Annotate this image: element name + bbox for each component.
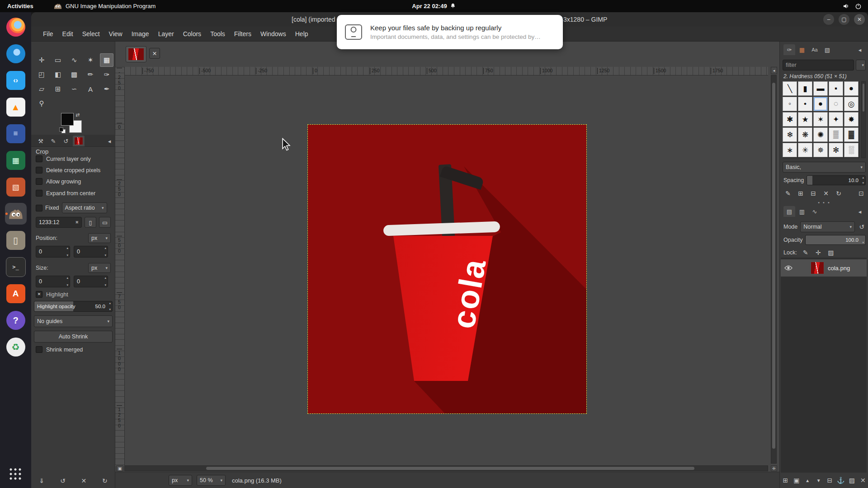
reset-tool-options-icon[interactable]: ↻ <box>99 475 110 486</box>
vertical-scrollbar-thumb[interactable] <box>772 83 775 449</box>
layer-mode-dropdown[interactable]: Normal <box>800 221 855 232</box>
tab-brushes-icon[interactable]: ✑ <box>783 44 795 55</box>
tool-smudge-icon[interactable]: ∽ <box>67 82 81 96</box>
landscape-orientation-button[interactable]: ▭ <box>99 217 111 228</box>
tool-zoom-icon[interactable]: ⚲ <box>35 97 48 110</box>
backup-notification-toast[interactable]: Keep your files safe by backing up regul… <box>337 15 563 49</box>
tab-fonts-icon[interactable]: Aa <box>809 44 821 55</box>
checkbox[interactable] <box>36 167 42 174</box>
brush-thumb[interactable]: ▮ <box>798 81 812 96</box>
brush-thumb[interactable]: ★ <box>798 112 812 127</box>
menu-select[interactable]: Select <box>78 27 104 41</box>
new-layer-group-icon[interactable]: ▣ <box>792 475 801 485</box>
aspect-ratio-input[interactable]: 1233:12 ✖ <box>36 217 82 228</box>
anchor-layer-icon[interactable]: ⚓ <box>836 475 845 485</box>
brush-filter-input[interactable]: filter <box>783 60 854 70</box>
duplicate-brush-icon[interactable]: ⊟ <box>809 189 818 198</box>
dock-item-libreoffice-calc[interactable]: ▦ <box>5 150 27 171</box>
quick-mask-toggle[interactable]: ▣ <box>116 465 123 471</box>
lock-position-icon[interactable]: ✛ <box>814 249 822 257</box>
brush-thumb[interactable]: ░ <box>844 143 859 157</box>
brush-thumb[interactable]: ∗ <box>783 143 797 157</box>
horizontal-scrollbar-thumb[interactable] <box>206 467 694 470</box>
guides-dropdown[interactable]: No guides <box>34 315 113 327</box>
foreground-color-swatch[interactable] <box>61 113 74 126</box>
lock-pixels-icon[interactable]: ✎ <box>802 249 810 257</box>
tool-transform-icon[interactable]: ◰ <box>35 68 48 81</box>
dock-separator-handle[interactable]: • • • <box>780 200 868 205</box>
show-applications-button[interactable] <box>5 464 27 485</box>
menu-file[interactable]: File <box>38 27 58 41</box>
brush-thumb[interactable]: ✸ <box>844 112 859 127</box>
menu-image[interactable]: Image <box>127 27 154 41</box>
save-tool-preset-icon[interactable]: ⇓ <box>36 475 47 486</box>
statusbar-unit-dropdown[interactable]: px <box>169 475 192 486</box>
vertical-scrollbar[interactable] <box>771 75 777 464</box>
brush-thumb[interactable]: ✵ <box>813 143 828 157</box>
raise-layer-icon[interactable]: ▲ <box>803 475 812 485</box>
dock-item-vlc[interactable]: ▲ <box>5 96 27 118</box>
size-unit-dropdown[interactable]: px <box>88 263 111 273</box>
brush-thumb[interactable]: ✺ <box>813 127 828 142</box>
layers-menu-icon[interactable]: ◂ <box>854 206 866 217</box>
brush-tag-dropdown[interactable]: Basic, <box>783 162 866 173</box>
tool-paintbrush-icon[interactable]: ✑ <box>100 68 113 81</box>
dock-item-help[interactable]: ? <box>5 310 27 331</box>
menu-view[interactable]: View <box>104 27 127 41</box>
clear-icon[interactable]: ✖ <box>75 220 79 225</box>
menu-tools[interactable]: Tools <box>206 27 230 41</box>
shrink-merged-checkbox[interactable] <box>36 346 42 353</box>
tool-move-icon[interactable]: ✛ <box>35 53 48 67</box>
activities-button[interactable]: Activities <box>7 0 33 12</box>
brush-thumb[interactable]: ✳ <box>798 143 812 157</box>
position-unit-dropdown[interactable]: px <box>88 233 111 243</box>
position-y-spinbox[interactable]: 0 <box>74 246 108 258</box>
maximize-button[interactable]: ▢ <box>839 14 849 25</box>
minimize-button[interactable]: – <box>823 14 834 25</box>
tool-free-select-icon[interactable]: ∿ <box>67 53 81 67</box>
menu-colors[interactable]: Colors <box>179 27 206 41</box>
horizontal-ruler[interactable]: -750 -500 -250 0 250 500 750 1000 1250 1… <box>124 67 768 75</box>
tab-image-thumbnail[interactable] <box>73 136 85 146</box>
fixed-mode-dropdown[interactable]: Aspect ratio <box>62 202 107 213</box>
menu-layer[interactable]: Layer <box>154 27 179 41</box>
brush-filter-dropdown[interactable] <box>856 60 866 70</box>
default-colors-icon[interactable] <box>59 127 66 133</box>
brush-thumb[interactable]: ▪ <box>829 81 843 96</box>
tool-ink-icon[interactable]: ✒ <box>100 82 113 96</box>
mode-switch-icon[interactable]: ↺ <box>858 223 866 231</box>
option-delete-cropped-pixels[interactable]: Delete cropped pixels <box>36 167 100 174</box>
clock-button[interactable]: Apr 22 02:49 <box>412 0 456 12</box>
checkbox[interactable] <box>36 178 42 185</box>
brush-thumb[interactable]: ▬ <box>813 81 828 96</box>
close-tab-button[interactable]: ✕ <box>149 48 160 59</box>
open-brush-as-image-icon[interactable]: ⊡ <box>857 189 866 198</box>
option-shrink-merged[interactable]: Shrink merged <box>36 346 83 353</box>
brushes-menu-icon[interactable]: ◂ <box>854 44 866 55</box>
close-button[interactable]: ✕ <box>854 14 865 25</box>
brush-thumb[interactable]: ◌ <box>829 97 843 111</box>
checkbox[interactable] <box>36 190 42 197</box>
size-x-spinbox[interactable]: 0 <box>36 276 70 287</box>
layer-row-cola[interactable]: cola.png <box>781 259 867 277</box>
dock-item-gimp[interactable] <box>5 203 27 225</box>
restore-tool-preset-icon[interactable]: ↺ <box>57 475 68 486</box>
brush-thumb[interactable]: ✱ <box>783 112 797 127</box>
tab-patterns-icon[interactable]: ▦ <box>796 44 808 55</box>
dock-item-terminal[interactable]: >_ <box>5 256 27 278</box>
statusbar-zoom-dropdown[interactable]: 50 % <box>197 475 226 486</box>
checkbox[interactable] <box>36 155 42 162</box>
tab-paths-icon[interactable]: ∿ <box>809 206 821 217</box>
lower-layer-icon[interactable]: ▼ <box>814 475 823 485</box>
brush-grid-scrollbar[interactable] <box>861 81 866 158</box>
tab-tool-options-icon[interactable]: ⚒ <box>35 136 47 146</box>
delete-tool-preset-icon[interactable]: ✕ <box>78 475 89 486</box>
delete-layer-icon[interactable]: ✕ <box>859 475 868 485</box>
auto-shrink-button[interactable]: Auto Shrink <box>34 331 113 343</box>
tool-text-icon[interactable]: A <box>84 82 97 96</box>
brush-spacing-slider[interactable]: 10.0 <box>807 175 866 185</box>
brush-thumb[interactable]: ● <box>844 81 859 96</box>
focused-app-indicator[interactable]: GNU Image Manipulation Program <box>53 0 156 12</box>
new-brush-icon[interactable]: ⊞ <box>796 189 805 198</box>
brush-thumb[interactable]: ▒ <box>829 127 843 142</box>
